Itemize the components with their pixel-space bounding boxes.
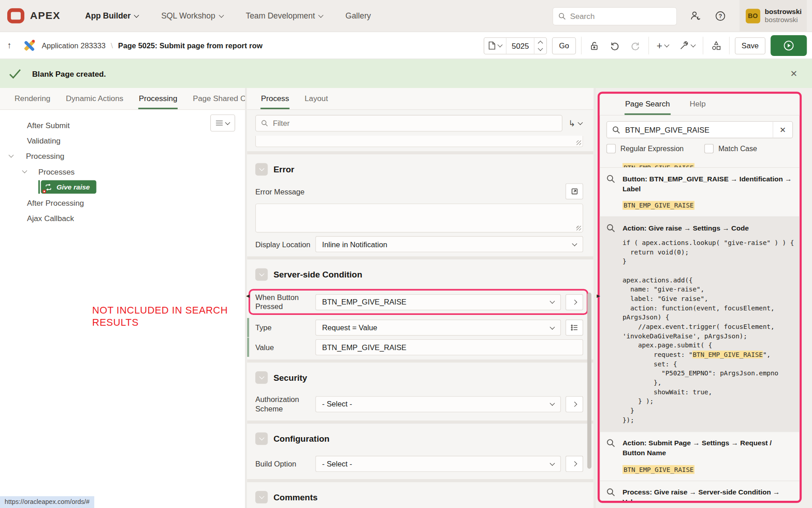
- search-result[interactable]: Action: Submit Page → Settings → Request…: [600, 431, 799, 480]
- redo-icon[interactable]: [627, 41, 643, 51]
- app-builder-icon: [21, 37, 36, 53]
- when-button-pressed-select[interactable]: BTN_EMP_GIVE_RAISE: [315, 294, 561, 310]
- section-divider: [247, 151, 594, 154]
- main-area: Rendering Dynamic Actions Processing Pag…: [0, 88, 812, 508]
- success-banner: Blank Page created. ✕: [0, 59, 812, 88]
- build-option-label: Build Option: [255, 459, 315, 469]
- breadcrumb-application[interactable]: Application 283333: [42, 41, 106, 49]
- tab-dynamic-actions[interactable]: Dynamic Actions: [65, 88, 124, 109]
- collapse-toggle-icon[interactable]: [255, 491, 268, 503]
- result-title: Action: Give raise → Settings → Code: [623, 223, 793, 233]
- tree-menu-button[interactable]: [210, 115, 235, 132]
- collapse-toggle-icon[interactable]: [255, 371, 268, 384]
- shared-components-icon[interactable]: [708, 41, 724, 51]
- section-title: Error: [273, 164, 294, 174]
- nav-gallery[interactable]: Gallery: [346, 11, 371, 21]
- tab-page-search[interactable]: Page Search: [624, 94, 670, 115]
- tab-processing[interactable]: Processing: [138, 88, 178, 109]
- tree-node-ajax-callback[interactable]: Ajax Callback: [0, 210, 245, 226]
- property-scroll-area[interactable]: Filter ↳ Error Error Message: [247, 110, 594, 508]
- selection-bar: [38, 180, 40, 194]
- collapse-toggle-icon[interactable]: [255, 268, 268, 281]
- goto-selection-button[interactable]: ↳: [568, 118, 583, 128]
- go-to-build-option-button[interactable]: [566, 456, 583, 472]
- create-menu-button[interactable]: +: [654, 41, 671, 51]
- collapse-toggle-icon[interactable]: [255, 163, 268, 176]
- result-title: Button: BTN_EMP_GIVE_RAISE → Identificat…: [623, 174, 793, 194]
- field-build-option: Build Option - Select -: [255, 456, 583, 472]
- go-to-authorization-button[interactable]: [566, 396, 583, 412]
- tab-page-shared-components[interactable]: Page Shared Components: [192, 88, 245, 109]
- tree-node-validating[interactable]: Validating: [0, 133, 245, 148]
- lock-icon[interactable]: [586, 41, 601, 51]
- status-url-tooltip: https://oracleapex.com/ords/#: [0, 496, 94, 508]
- collapse-right-panel-handle[interactable]: ►: [595, 293, 601, 299]
- error-message-textarea[interactable]: [255, 203, 583, 232]
- condition-type-select[interactable]: Request = Value: [315, 319, 561, 336]
- tree-node-give-raise[interactable]: Give raise: [41, 180, 96, 194]
- clear-search-icon[interactable]: ✕: [773, 121, 793, 139]
- help-icon[interactable]: ?: [715, 10, 726, 22]
- search-result[interactable]: Action: Give raise → Settings → Codeif (…: [600, 217, 799, 431]
- regular-expression-option[interactable]: Regular Expression: [606, 144, 683, 153]
- field-condition-type: Type Request = Value: [255, 319, 583, 336]
- user-menu[interactable]: BO bostrowski bostrowski: [739, 0, 807, 32]
- tree-node-processes[interactable]: Processes: [0, 164, 245, 179]
- annotation-not-included: NOT INCLUDED IN SEARCH RESULTS: [92, 304, 228, 329]
- vertical-scrollbar[interactable]: [587, 293, 591, 469]
- chevron-down-icon: [219, 13, 224, 18]
- tree-node-processing[interactable]: Processing: [0, 148, 245, 163]
- open-in-code-editor-button[interactable]: [566, 183, 583, 199]
- resize-grip[interactable]: [577, 140, 581, 145]
- collapse-toggle-icon[interactable]: [255, 433, 268, 445]
- page-number-input[interactable]: 5025: [506, 37, 535, 54]
- condition-value-input[interactable]: BTN_EMP_GIVE_RAISE: [315, 339, 583, 356]
- page-finder-button[interactable]: [484, 37, 506, 54]
- section-error-header: Error: [255, 157, 583, 180]
- match-case-option[interactable]: Match Case: [704, 144, 757, 153]
- utilities-menu-button[interactable]: [676, 41, 697, 51]
- admin-tools-icon[interactable]: [690, 10, 701, 22]
- filter-input[interactable]: Filter: [255, 115, 562, 132]
- run-page-button[interactable]: [770, 35, 807, 56]
- tab-layout[interactable]: Layout: [304, 88, 328, 109]
- breadcrumb-separator: \: [111, 41, 113, 50]
- global-search-input[interactable]: Search: [553, 8, 676, 25]
- resize-grip[interactable]: [577, 226, 581, 231]
- nav-team-development[interactable]: Team Development: [246, 11, 323, 21]
- go-button[interactable]: Go: [552, 37, 576, 54]
- go-to-button-button[interactable]: [566, 294, 583, 310]
- document-icon: [489, 42, 496, 50]
- display-location-select[interactable]: Inline in Notification: [315, 236, 583, 252]
- authorization-scheme-select[interactable]: - Select -: [315, 396, 561, 412]
- tab-rendering[interactable]: Rendering: [14, 88, 51, 109]
- nav-app-builder[interactable]: App Builder: [85, 11, 138, 21]
- section-divider: [247, 256, 594, 259]
- search-result[interactable]: Button: BTN_EMP_GIVE_RAISE → Identificat…: [600, 167, 799, 217]
- search-result-partial[interactable]: BTN_EMP_GIVE_RAISE: [600, 158, 799, 167]
- save-button[interactable]: Save: [735, 37, 766, 54]
- collapse-left-panel-handle[interactable]: ◄: [245, 293, 251, 299]
- tab-help[interactable]: Help: [689, 94, 706, 115]
- build-option-select[interactable]: - Select -: [315, 456, 561, 472]
- page-number-stepper[interactable]: [535, 41, 546, 50]
- chevron-down-icon: [578, 120, 583, 125]
- section-comments-header: Comments: [255, 485, 583, 508]
- pick-list-button[interactable]: [566, 319, 583, 336]
- search-result[interactable]: Process: Give raise → Server-side Condit…: [600, 480, 799, 501]
- checkbox-match-case[interactable]: [704, 144, 714, 153]
- close-icon[interactable]: ✕: [787, 68, 801, 79]
- tree-node-after-processing[interactable]: After Processing: [0, 195, 245, 210]
- undo-icon[interactable]: [607, 41, 622, 51]
- processing-tree: After Submit Validating Processing Proce…: [0, 110, 245, 508]
- result-match: BTN_EMP_GIVE_RAISE: [623, 465, 793, 474]
- banner-message: Blank Page created.: [32, 69, 106, 78]
- tab-process[interactable]: Process: [260, 88, 290, 109]
- up-arrow-icon[interactable]: ↑: [7, 40, 12, 51]
- tree-node-after-submit[interactable]: After Submit: [0, 117, 245, 132]
- page-search-input[interactable]: BTN_EMP_GIVE_RAISE ✕: [606, 121, 793, 139]
- clipped-textarea[interactable]: [255, 136, 583, 147]
- nav-sql-workshop[interactable]: SQL Workshop: [161, 11, 223, 21]
- search-icon: [558, 12, 566, 20]
- checkbox-regular-expression[interactable]: [606, 144, 616, 153]
